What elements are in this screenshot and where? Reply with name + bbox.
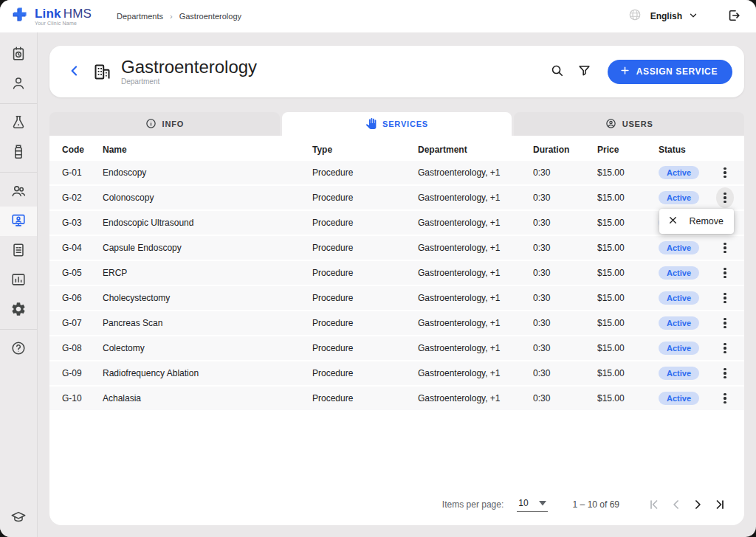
pharmacy-icon [10,144,27,162]
laboratory-icon [10,114,27,133]
assign-service-button[interactable]: ASSIGN SERVICE [608,60,732,84]
status-badge: Active [659,191,699,204]
breadcrumb-current: Gastroenterology [179,12,241,21]
cell-duration: 0:30 [533,293,597,303]
close-icon [668,215,678,227]
cell-price: $15.00 [597,318,659,328]
cell-type: Procedure [312,318,418,328]
items-per-page-label: Items per page: [442,499,504,510]
breadcrumb: Departments › Gastroenterology [117,12,241,21]
sidebar-item-billing[interactable] [0,236,37,266]
cell-code: G-04 [62,243,103,253]
status-badge: Active [659,367,699,380]
cell-duration: 0:30 [533,218,597,228]
tab-bar: INFO SERVICES USER [49,112,744,136]
sidebar-item-patients[interactable] [0,69,37,99]
topbar: LinkHMS Your Clinic Name Departments › G… [0,0,756,32]
row-menu-button[interactable] [716,313,734,333]
col-type: Type [312,145,418,155]
cell-type: Procedure [312,368,418,378]
row-menu-button[interactable] [716,388,734,409]
info-icon [145,118,157,131]
logo-subtitle: Your Clinic Name [35,21,92,26]
row-menu-button[interactable] [716,162,734,183]
main-content: Gastroenterology Department [38,32,756,537]
cell-type: Procedure [312,293,418,303]
language-selector[interactable]: English [642,9,700,24]
cell-department: Gastroenterology, +1 [418,318,533,328]
sidebar-item-schedule[interactable] [0,40,37,69]
cell-price: $15.00 [597,243,659,253]
logo-title: LinkHMS [35,7,92,20]
filter-icon [577,63,591,80]
row-menu-button[interactable] [716,363,734,384]
cell-duration: 0:30 [533,193,597,203]
cell-department: Gastroenterology, +1 [418,343,533,353]
first-page-button[interactable] [646,496,664,513]
next-page-button[interactable] [689,496,707,513]
services-table-card: Code Name Type Department Duration Price… [49,136,744,525]
logout-button[interactable] [725,7,743,27]
cell-name: Capsule Endoscopy [103,243,312,253]
sidebar-item-help[interactable] [0,334,37,364]
table-row: G-03 Endoscopic Ultrasound Procedure Gas… [49,211,744,235]
reports-icon [10,271,27,290]
app-logo[interactable]: LinkHMS Your Clinic Name [10,6,108,27]
cell-name: Cholecystectomy [103,293,312,303]
status-badge: Active [659,166,699,179]
sidebar-divider [0,103,37,104]
sidebar-item-departments[interactable] [0,207,37,236]
table-row: G-10 Achalasia Procedure Gastroenterolog… [49,387,744,410]
row-menu-button[interactable] [716,238,734,258]
cell-duration: 0:30 [533,243,597,253]
tab-info[interactable]: INFO [49,112,280,136]
cell-code: G-07 [62,318,103,328]
sidebar-item-laboratory[interactable] [0,108,37,138]
sidebar-divider [0,329,37,330]
cell-department: Gastroenterology, +1 [418,293,533,303]
col-department: Department [418,145,533,155]
items-per-page-select[interactable]: 10 [517,498,547,512]
breadcrumb-departments[interactable]: Departments [117,12,163,21]
row-menu-button[interactable] [716,187,734,208]
col-name: Name [103,145,312,155]
filter-button[interactable] [576,62,593,81]
tab-users[interactable]: USERS [514,112,744,136]
search-button[interactable] [549,62,566,81]
row-menu-button[interactable] [716,288,734,308]
sidebar-item-reports[interactable] [0,266,37,295]
search-icon [550,63,564,80]
previous-page-button[interactable] [667,496,685,513]
back-button[interactable] [64,60,85,83]
language-label: English [650,11,682,21]
row-menu-button[interactable] [716,263,734,283]
cell-duration: 0:30 [533,167,597,178]
cell-price: $15.00 [597,193,659,203]
table-row: G-04 Capsule Endoscopy Procedure Gastroe… [49,236,744,260]
pagination: Items per page: 10 1 – 10 of 69 [49,487,744,525]
cell-code: G-02 [62,193,103,203]
last-page-button[interactable] [710,496,728,513]
schedule-icon [10,46,27,64]
status-badge: Active [659,266,699,280]
table-row: G-09 Radiofrequency Ablation Procedure G… [49,361,744,385]
cell-name: Colectomy [103,343,312,353]
sidebar-item-education[interactable] [0,503,37,533]
cell-department: Gastroenterology, +1 [418,268,533,278]
sidebar [0,32,38,537]
col-price: Price [597,145,659,155]
tab-services[interactable]: SERVICES [282,112,512,136]
remove-menu-item[interactable]: Remove [659,209,734,234]
row-menu-button[interactable] [716,338,734,358]
sidebar-item-staff[interactable] [0,177,37,207]
col-duration: Duration [533,145,597,155]
col-status: Status [659,145,716,155]
cell-type: Procedure [312,193,418,203]
cell-department: Gastroenterology, +1 [418,167,533,178]
logo-cross-icon [10,6,28,27]
page-header-card: Gastroenterology Department [49,46,744,97]
cell-price: $15.00 [597,343,659,353]
sidebar-item-settings[interactable] [0,295,37,325]
patient-icon [10,75,27,94]
sidebar-item-pharmacy[interactable] [0,138,37,167]
